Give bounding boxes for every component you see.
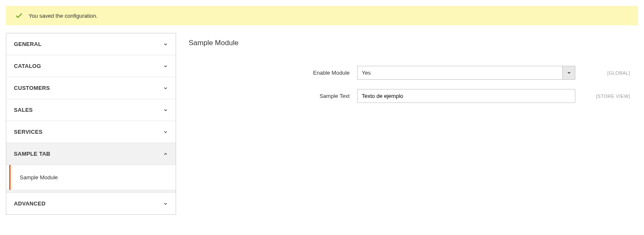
config-form: Enable Module Yes [GLOBAL] Sample Text [… [189, 66, 638, 103]
sidebar-item-advanced[interactable]: ADVANCED [6, 193, 176, 214]
sidebar-item-label: CATALOG [14, 63, 41, 69]
chevron-down-icon [163, 108, 168, 113]
sidebar-subitem-sample-module[interactable]: Sample Module [9, 165, 176, 190]
scope-label: [GLOBAL] [575, 70, 630, 76]
dropdown-arrow-icon [562, 66, 575, 79]
field-label: Sample Text [189, 93, 357, 99]
sidebar-item-services[interactable]: SERVICES [6, 121, 176, 143]
success-notification: You saved the configuration. [6, 6, 638, 25]
enable-module-select[interactable]: Yes [357, 66, 575, 80]
scope-label: [STORE VIEW] [575, 94, 630, 99]
sidebar-item-label: SERVICES [14, 129, 43, 135]
sidebar-item-label: GENERAL [14, 41, 42, 47]
sidebar-item-sample-tab[interactable]: SAMPLE TAB [6, 143, 176, 165]
config-sidebar: GENERAL CATALOG CUSTOMERS SALES SERVICES… [6, 33, 176, 215]
chevron-down-icon [163, 86, 168, 91]
sample-text-input[interactable] [357, 89, 575, 103]
chevron-up-icon [163, 151, 168, 157]
main-content: Sample Module Enable Module Yes [GLOBAL]… [189, 33, 638, 112]
sidebar-item-label: ADVANCED [14, 200, 45, 207]
sidebar-item-general[interactable]: GENERAL [6, 33, 176, 55]
sidebar-subitem-label: Sample Module [20, 174, 58, 181]
chevron-down-icon [163, 130, 168, 135]
field-label: Enable Module [189, 70, 357, 76]
field-sample-text: Sample Text [STORE VIEW] [189, 89, 638, 103]
sidebar-item-sales[interactable]: SALES [6, 99, 176, 121]
chevron-down-icon [163, 42, 168, 47]
select-value: Yes [358, 66, 562, 79]
sidebar-item-customers[interactable]: CUSTOMERS [6, 77, 176, 99]
chevron-down-icon [163, 201, 168, 206]
chevron-down-icon [163, 64, 168, 69]
sidebar-item-label: SAMPLE TAB [14, 151, 51, 157]
sidebar-subsection: Sample Module [6, 165, 176, 190]
check-icon [15, 12, 23, 19]
sidebar-item-label: SALES [14, 107, 33, 113]
section-title: Sample Module [189, 39, 638, 47]
field-enable-module: Enable Module Yes [GLOBAL] [189, 66, 638, 80]
notification-text: You saved the configuration. [29, 13, 98, 19]
sidebar-item-catalog[interactable]: CATALOG [6, 55, 176, 77]
sidebar-item-label: CUSTOMERS [14, 85, 50, 91]
